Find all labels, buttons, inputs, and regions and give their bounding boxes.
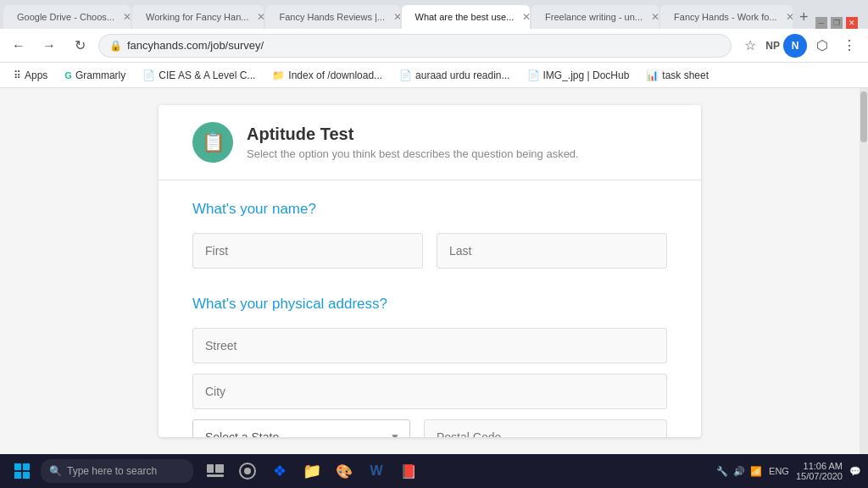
taskbar-search-placeholder: Type here to search (67, 465, 157, 477)
tab-label-6: Fancy Hands - Work fo... (674, 12, 776, 22)
tab-fancyhands-work[interactable]: Fancy Hands - Work fo... ✕ (660, 5, 792, 29)
scrollbar-thumb[interactable] (860, 92, 867, 142)
back-button[interactable]: ← (7, 34, 31, 58)
volume-icon[interactable]: 🔊 (733, 466, 745, 477)
tab-close-1[interactable]: ✕ (123, 11, 131, 23)
taskbar-word[interactable]: W (361, 456, 392, 486)
file-explorer-icon: 📁 (303, 462, 321, 480)
scrollbar[interactable] (860, 88, 868, 454)
close-button[interactable]: ✕ (846, 17, 858, 29)
bookmark-auraad[interactable]: 📄 auraad urdu readin... (392, 68, 516, 83)
bookmark-auraad-label: auraad urdu readin... (415, 69, 509, 81)
taskbar-chrome[interactable] (232, 456, 263, 486)
tab-close-3[interactable]: ✕ (393, 11, 400, 23)
date-display: 15/07/2020 (796, 471, 843, 481)
page-content: 📋 Aptitude Test Select the option you th… (0, 88, 868, 454)
taskbar-explorer[interactable]: 📁 (297, 456, 327, 486)
taskbar-search[interactable]: 🔍 Type here to search (41, 459, 193, 483)
city-input[interactable] (192, 374, 667, 409)
time-display: 11:06 AM (796, 461, 843, 471)
address-section: What's your physical address? Select a S… (192, 296, 667, 437)
state-postal-row: Select a State Alabama Alaska California… (192, 419, 667, 437)
reload-button[interactable]: ↻ (68, 34, 92, 58)
network-icon[interactable]: 📶 (750, 466, 762, 477)
bookmark-apps[interactable]: ⠿ Apps (7, 68, 54, 83)
taskbar-task-view[interactable] (200, 456, 231, 486)
dropbox-icon: ❖ (273, 462, 287, 480)
task-view-icon (207, 464, 224, 478)
window-controls: ─ ❐ ✕ (815, 17, 865, 29)
tab-close-6[interactable]: ✕ (786, 11, 793, 23)
index-icon: 📁 (272, 69, 285, 81)
bookmarks-bar: ⠿ Apps G Grammarly 📄 CIE AS & A Level C.… (0, 63, 868, 88)
street-field (192, 328, 667, 363)
address-bar[interactable]: 🔒 fancyhands.com/job/survey/ (98, 34, 732, 58)
tab-close-2[interactable]: ✕ (257, 11, 264, 23)
more-options-button[interactable]: ⋮ (837, 34, 861, 58)
tab-label-4: What are the best use... (415, 12, 515, 22)
forward-button[interactable]: → (37, 34, 61, 58)
notification-icon[interactable]: 💬 (849, 466, 861, 477)
user-avatar-button[interactable]: N (783, 34, 807, 58)
taskbar-right: 🔧 🔊 📶 ENG 11:06 AM 15/07/2020 💬 (716, 461, 861, 481)
taskbar-apps: ❖ 📁 🎨 W 📕 (200, 456, 424, 486)
name-question: What's your name? (192, 201, 667, 218)
restore-button[interactable]: ❐ (831, 17, 843, 29)
tab-google-drive[interactable]: Google Drive - Choos... ✕ (3, 5, 131, 29)
paint-icon: 🎨 (336, 463, 353, 480)
survey-subtitle: Select the option you think best describ… (247, 147, 579, 160)
tab-best-uses[interactable]: What are the best use... ✕ (402, 5, 531, 29)
system-tray: 🔧 🔊 📶 (716, 466, 762, 477)
bookmark-cie-label: CIE AS & A Level C... (159, 69, 255, 81)
tabs-bar: Google Drive - Choos... ✕ Working for Fa… (0, 0, 868, 29)
state-select[interactable]: Select a State Alabama Alaska California… (192, 419, 410, 437)
city-field (192, 374, 667, 409)
tab-fancyhands-reviews[interactable]: Fancy Hands Reviews |... ✕ (265, 5, 399, 29)
search-icon: 🔍 (49, 465, 62, 477)
extensions-button[interactable]: ⬡ (810, 34, 834, 58)
minimize-button[interactable]: ─ (815, 17, 827, 29)
street-input[interactable] (192, 328, 667, 363)
first-name-input[interactable] (192, 233, 423, 269)
taskbar-paint[interactable]: 🎨 (329, 456, 359, 486)
tab-close-4[interactable]: ✕ (522, 11, 530, 23)
bookmark-tasksheet-label: task sheet (662, 69, 709, 81)
tab-label-1: Google Drive - Choos... (17, 12, 114, 22)
taskbar-dropbox[interactable]: ❖ (264, 456, 295, 486)
bookmark-star-button[interactable]: ☆ (738, 34, 762, 58)
bookmark-grammarly[interactable]: G Grammarly (58, 68, 132, 83)
tab-close-5[interactable]: ✕ (651, 11, 659, 23)
tab-fancyhands-working[interactable]: Working for Fancy Han... ✕ (132, 5, 264, 29)
tab-label-5: Freelance writing - un... (545, 12, 643, 22)
svg-rect-4 (207, 464, 214, 473)
bookmark-cie[interactable]: 📄 CIE AS & A Level C... (136, 68, 262, 83)
bookmark-index[interactable]: 📁 Index of /download... (265, 68, 389, 83)
tab-gmail[interactable]: Freelance writing - un... ✕ (531, 5, 659, 29)
bookmark-apps-label: Apps (25, 69, 47, 81)
bookmark-img-dochub[interactable]: 📄 IMG_.jpg | DocHub (520, 68, 637, 83)
tray-icon-1: 🔧 (716, 466, 728, 477)
postal-code-input[interactable] (424, 419, 667, 437)
svg-rect-2 (14, 472, 21, 479)
survey-header: 📋 Aptitude Test Select the option you th… (159, 105, 701, 180)
new-tab-button[interactable]: + (794, 5, 815, 29)
bookmark-tasksheet[interactable]: 📊 task sheet (639, 68, 715, 83)
user-initials: NP (765, 40, 780, 52)
apps-grid-icon: ⠿ (14, 69, 21, 81)
language-indicator: ENG (769, 466, 789, 476)
survey-icon: 📋 (192, 122, 233, 163)
start-button[interactable] (7, 456, 37, 486)
clock: 11:06 AM 15/07/2020 (796, 461, 843, 481)
svg-point-8 (244, 468, 251, 474)
taskbar-pdf[interactable]: 📕 (393, 456, 424, 486)
state-select-wrapper: Select a State Alabama Alaska California… (192, 419, 410, 437)
dochub-icon: 📄 (527, 69, 540, 81)
tasksheet-icon: 📊 (646, 69, 659, 81)
tab-label-2: Working for Fancy Han... (146, 12, 248, 22)
svg-rect-1 (23, 463, 30, 470)
svg-rect-0 (14, 463, 21, 470)
last-name-input[interactable] (437, 233, 667, 269)
main-area: 📋 Aptitude Test Select the option you th… (0, 88, 860, 454)
survey-header-text: Aptitude Test Select the option you thin… (247, 125, 579, 160)
svg-rect-3 (23, 472, 30, 479)
